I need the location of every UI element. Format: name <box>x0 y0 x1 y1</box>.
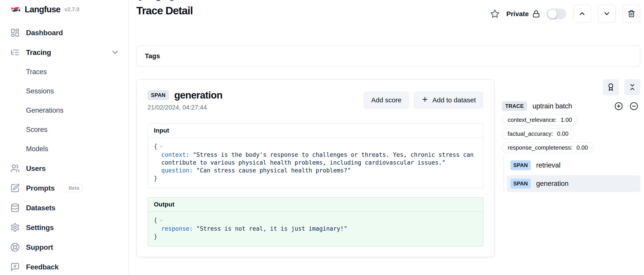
message-plus-icon <box>10 262 20 272</box>
bookmark-star-button[interactable] <box>490 9 500 18</box>
json-key: question: <box>161 167 193 174</box>
panel-actions <box>502 79 640 95</box>
sidebar-item-generations[interactable]: Generations <box>10 101 128 120</box>
delete-trace-button[interactable] <box>622 5 640 23</box>
score-badge: response_completeness: 0.00 <box>502 142 594 153</box>
sidebar: Langfuse v2.7.0 Dashboard Tracing Traces <box>0 0 129 275</box>
json-close-brace: } <box>154 175 158 182</box>
score-name: response_completeness: <box>508 144 572 151</box>
json-entry: question: "Can stress cause physical hea… <box>154 167 477 174</box>
sidebar-item-scores[interactable]: Scores <box>10 120 128 139</box>
breadcrumb <box>136 0 640 1</box>
page-header: Trace Detail Private <box>136 4 640 23</box>
tree-item-generation[interactable]: SPAN generation <box>507 175 640 192</box>
score-badge: factual_accuracy: 0.00 <box>502 128 574 140</box>
json-collapse-toggle[interactable] <box>159 143 164 151</box>
chevron-up-icon <box>578 10 586 18</box>
score-value: 1.00 <box>560 116 572 123</box>
star-icon <box>490 16 500 19</box>
life-buoy-icon <box>10 243 20 252</box>
brand-row: Langfuse v2.7.0 <box>10 2 128 16</box>
score-badge: context_relevance: 1.00 <box>502 114 578 126</box>
json-entry: context: "Stress is the body's response … <box>154 151 477 167</box>
tree-controls <box>614 102 640 110</box>
input-box: Input { context: "Stress is the body's r… <box>148 123 484 189</box>
brand-version: v2.7.0 <box>64 6 80 12</box>
add-to-dataset-label: Add to dataset <box>432 96 476 104</box>
page-title: Trace Detail <box>136 4 192 17</box>
dashboard-icon <box>10 28 20 37</box>
output-box: Output { response: "Stress is not real, … <box>148 197 484 247</box>
sidebar-item-traces[interactable]: Traces <box>10 62 128 81</box>
plus-icon <box>421 96 428 105</box>
collapse-all-button[interactable] <box>624 79 640 95</box>
sidebar-item-users[interactable]: Users <box>10 159 119 178</box>
main-content: Trace Detail Private <box>129 0 644 275</box>
expand-all-button[interactable] <box>614 102 623 110</box>
chevron-down-icon <box>603 10 610 18</box>
chevrons-down-up-icon <box>628 83 636 92</box>
span-card-header: SPAN generation 21/02/2024, 04:27:44 Add… <box>148 90 484 111</box>
sidebar-item-label: Prompts <box>26 184 55 192</box>
json-value: "Stress is not real, it is just imaginar… <box>196 225 347 232</box>
previous-trace-button[interactable] <box>573 5 591 23</box>
sidebar-item-sessions[interactable]: Sessions <box>10 81 128 101</box>
score-name: context_relevance: <box>508 116 556 123</box>
input-json: { context: "Stress is the body's respons… <box>148 138 483 188</box>
sidebar-item-prompts[interactable]: Prompts Beta <box>10 178 119 198</box>
json-value: "Can stress cause physical health proble… <box>196 167 351 174</box>
sidebar-item-label: Support <box>26 243 53 252</box>
trace-tree-panel: TRACE uptrain batch <box>502 79 640 193</box>
json-key: context: <box>161 151 189 158</box>
observation-timestamp: 21/02/2024, 04:27:44 <box>148 104 222 111</box>
collapse-tree-button[interactable] <box>630 102 638 110</box>
privacy-label: Private <box>506 10 529 18</box>
json-open-brace: { <box>154 143 158 150</box>
sidebar-item-label: Dashboard <box>26 29 63 37</box>
input-label: Input <box>148 124 483 138</box>
observation-name: generation <box>536 180 569 188</box>
trace-tree-root[interactable]: TRACE uptrain batch <box>502 101 640 111</box>
sidebar-item-settings[interactable]: Settings <box>10 218 119 237</box>
sidebar-item-tracing[interactable]: Tracing <box>10 42 119 62</box>
observation-title: generation <box>174 90 222 101</box>
sidebar-item-label: Feedback <box>26 263 58 271</box>
gear-icon <box>10 223 20 232</box>
sidebar-item-label: Tracing <box>26 48 51 57</box>
sidebar-item-support[interactable]: Support <box>10 237 119 257</box>
sidebar-item-label: Settings <box>26 224 54 232</box>
content-row: SPAN generation 21/02/2024, 04:27:44 Add… <box>136 79 640 257</box>
add-score-button[interactable]: Add score <box>364 91 409 109</box>
output-label: Output <box>148 198 483 212</box>
header-controls: Private <box>490 5 640 23</box>
score-value: 0.00 <box>557 130 568 137</box>
json-key: response: <box>161 225 193 232</box>
score-value: 0.00 <box>576 144 588 151</box>
observation-tree: SPAN retrieval SPAN generation <box>504 157 640 193</box>
span-type-badge: SPAN <box>510 160 531 170</box>
beta-badge: Beta <box>66 184 82 192</box>
json-collapse-toggle[interactable] <box>159 217 164 225</box>
public-toggle[interactable] <box>547 8 566 19</box>
next-trace-button[interactable] <box>598 5 616 23</box>
add-score-label: Add score <box>371 96 402 104</box>
langfuse-logo-icon <box>10 4 21 15</box>
tree-item-retrieval[interactable]: SPAN retrieval <box>507 157 640 174</box>
json-close-brace: } <box>154 233 158 240</box>
pen-square-icon <box>10 183 20 193</box>
sidebar-item-models[interactable]: Models <box>10 139 128 159</box>
score-name: factual_accuracy: <box>508 130 553 137</box>
chevron-down-icon <box>111 48 119 57</box>
annotate-button[interactable] <box>603 79 619 95</box>
span-title-block: SPAN generation 21/02/2024, 04:27:44 <box>148 90 222 111</box>
sidebar-item-datasets[interactable]: Datasets <box>10 198 119 218</box>
list-tree-icon <box>10 48 20 57</box>
sidebar-item-dashboard[interactable]: Dashboard <box>10 23 119 42</box>
tags-card[interactable]: Tags <box>136 45 640 67</box>
observation-type-badge: SPAN <box>148 90 169 100</box>
minus-circle-icon <box>630 108 638 111</box>
observation-name: retrieval <box>536 161 560 169</box>
add-to-dataset-button[interactable]: Add to dataset <box>414 91 484 109</box>
trace-scores: context_relevance: 1.00 factual_accuracy… <box>502 114 640 153</box>
sidebar-item-feedback[interactable]: Feedback <box>10 257 119 275</box>
